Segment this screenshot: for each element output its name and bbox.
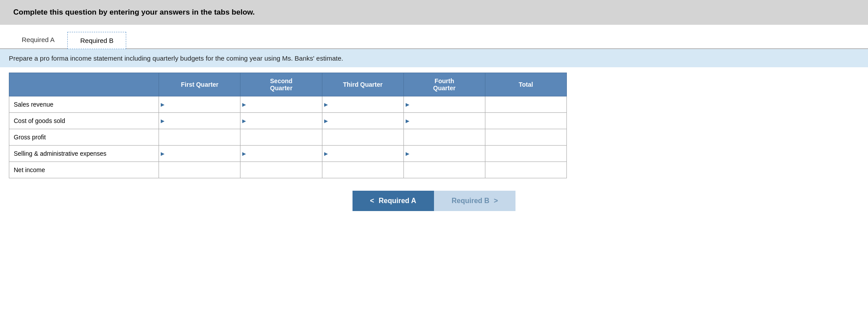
input-cell: ▶: [240, 113, 322, 129]
cell-input[interactable]: [240, 146, 322, 162]
header-label: [9, 73, 159, 96]
input-cell: [240, 129, 322, 146]
cell-input[interactable]: [485, 129, 566, 145]
cell-input[interactable]: [159, 96, 240, 112]
header-total: Total: [485, 73, 566, 96]
input-cell: [485, 129, 566, 146]
input-cell: [403, 162, 485, 178]
footer-buttons: < Required A Required B >: [0, 191, 868, 224]
header-third-quarter: Third Quarter: [322, 73, 403, 96]
row-label: Net income: [9, 162, 159, 178]
cell-input[interactable]: [159, 113, 240, 129]
table-row: Net income: [9, 162, 567, 178]
cell-input[interactable]: [485, 146, 566, 162]
description-bar: Prepare a pro forma income statement inc…: [0, 49, 868, 67]
cell-input[interactable]: [322, 129, 403, 145]
input-cell: ▶: [322, 96, 403, 113]
input-cell: ▶: [403, 113, 485, 129]
input-cell: ▶: [403, 146, 485, 162]
input-cell: ▶: [240, 146, 322, 162]
header-fourth-quarter: FourthQuarter: [403, 73, 485, 96]
cell-input[interactable]: [159, 146, 240, 162]
cell-input[interactable]: [322, 162, 403, 178]
income-statement-table: First Quarter SecondQuarter Third Quarte…: [9, 73, 567, 178]
table-row: Cost of goods sold▶▶▶▶: [9, 113, 567, 129]
cell-input[interactable]: [485, 96, 566, 112]
input-cell: ▶: [403, 96, 485, 113]
input-cell: ▶: [159, 146, 240, 162]
prev-button-label: Required A: [379, 197, 416, 205]
input-cell: ▶: [322, 113, 403, 129]
cell-input[interactable]: [404, 162, 485, 178]
cell-input[interactable]: [404, 113, 485, 129]
cell-input[interactable]: [240, 96, 322, 112]
input-cell: [240, 162, 322, 178]
next-button[interactable]: Required B >: [434, 191, 516, 211]
cell-input[interactable]: [404, 129, 485, 145]
table-row: Gross profit: [9, 129, 567, 146]
cell-input[interactable]: [485, 162, 566, 178]
input-cell: [485, 113, 566, 129]
header-second-quarter: SecondQuarter: [240, 73, 322, 96]
input-cell: [485, 162, 566, 178]
table-row: Selling & administrative expenses▶▶▶▶: [9, 146, 567, 162]
next-chevron-icon: >: [494, 197, 498, 205]
cell-input[interactable]: [322, 96, 403, 112]
input-cell: [159, 162, 240, 178]
cell-input[interactable]: [404, 146, 485, 162]
row-label: Gross profit: [9, 129, 159, 146]
table-container: First Quarter SecondQuarter Third Quarte…: [0, 73, 868, 178]
cell-input[interactable]: [240, 162, 322, 178]
input-cell: ▶: [322, 146, 403, 162]
cell-input[interactable]: [159, 162, 240, 178]
cell-input[interactable]: [240, 129, 322, 145]
tabs-container: Required A Required B: [0, 25, 868, 49]
input-cell: ▶: [159, 96, 240, 113]
cell-input[interactable]: [322, 146, 403, 162]
cell-input[interactable]: [485, 113, 566, 129]
tab-required-b[interactable]: Required B: [67, 32, 126, 49]
input-cell: [159, 129, 240, 146]
row-label: Sales revenue: [9, 96, 159, 113]
input-cell: [322, 162, 403, 178]
cell-input[interactable]: [404, 96, 485, 112]
input-cell: [403, 129, 485, 146]
input-cell: [485, 146, 566, 162]
prev-chevron-icon: <: [370, 197, 374, 205]
top-banner: Complete this question by entering your …: [0, 0, 868, 25]
input-cell: ▶: [240, 96, 322, 113]
input-cell: [485, 96, 566, 113]
input-cell: ▶: [159, 113, 240, 129]
header-first-quarter: First Quarter: [159, 73, 240, 96]
next-button-label: Required B: [452, 197, 489, 205]
description-text: Prepare a pro forma income statement inc…: [9, 54, 343, 62]
cell-input[interactable]: [159, 129, 240, 145]
input-cell: [322, 129, 403, 146]
cell-input[interactable]: [240, 113, 322, 129]
prev-button[interactable]: < Required A: [353, 191, 434, 211]
table-row: Sales revenue▶▶▶▶: [9, 96, 567, 113]
banner-text: Complete this question by entering your …: [13, 8, 255, 16]
row-label: Cost of goods sold: [9, 113, 159, 129]
table-header-row: First Quarter SecondQuarter Third Quarte…: [9, 73, 567, 96]
cell-input[interactable]: [322, 113, 403, 129]
tab-required-a[interactable]: Required A: [9, 31, 67, 48]
row-label: Selling & administrative expenses: [9, 146, 159, 162]
